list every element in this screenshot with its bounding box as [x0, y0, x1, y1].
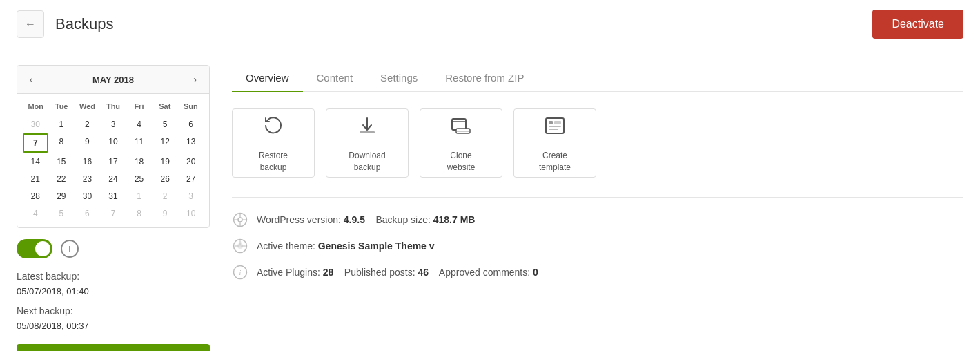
calendar-day[interactable]: 31: [101, 188, 126, 205]
info-icon[interactable]: i: [61, 240, 79, 258]
tab-overview[interactable]: Overview: [232, 65, 303, 92]
calendar-day[interactable]: 18: [126, 153, 152, 170]
tab-settings[interactable]: Settings: [366, 65, 431, 92]
calendar-day[interactable]: 9: [153, 205, 178, 222]
latest-backup-label: Latest backup:: [17, 271, 79, 282]
wp-version-text: WordPress version: 4.9.5 Backup size: 41…: [257, 214, 475, 225]
calendar-day[interactable]: 2: [75, 116, 100, 133]
calendar-day[interactable]: 26: [153, 171, 178, 187]
calendar: ‹ MAY 2018 › Mon Tue Wed Thu Fri Sat Sun…: [17, 65, 210, 228]
tabs: OverviewContentSettingsRestore from ZIP: [232, 65, 963, 92]
calendar-day[interactable]: 16: [75, 153, 100, 170]
calendar-day[interactable]: 6: [75, 205, 100, 222]
calendar-day[interactable]: 19: [153, 153, 178, 170]
restore-backup-label: Restore backup: [259, 150, 288, 173]
day-tue: Tue: [48, 99, 74, 113]
calendar-day[interactable]: 30: [75, 188, 100, 205]
calendar-day[interactable]: 30: [23, 116, 48, 133]
deactivate-button[interactable]: Deactivate: [872, 10, 963, 39]
day-wed: Wed: [75, 99, 100, 113]
calendar-day[interactable]: 3: [101, 116, 126, 133]
header: ← Backups Deactivate: [0, 0, 980, 48]
calendar-day[interactable]: 1: [126, 188, 152, 205]
calendar-day[interactable]: 12: [153, 133, 178, 153]
next-backup-label: Next backup:: [17, 305, 73, 316]
calendar-day[interactable]: 1: [49, 116, 75, 133]
calendar-day[interactable]: 25: [126, 171, 152, 187]
calendar-day[interactable]: 5: [49, 205, 75, 222]
calendar-day[interactable]: 7: [23, 133, 48, 153]
calendar-day[interactable]: 4: [23, 205, 48, 222]
calendar-grid: Mon Tue Wed Thu Fri Sat Sun 301234567891…: [17, 94, 209, 227]
calendar-day[interactable]: 6: [178, 116, 204, 133]
toggle-row: i: [17, 239, 210, 258]
create-template-label: Create template: [539, 150, 571, 173]
calendar-day[interactable]: 15: [49, 153, 75, 170]
info-section: WordPress version: 4.9.5 Backup size: 41…: [232, 197, 963, 281]
day-fri: Fri: [126, 99, 152, 113]
page-title: Backups: [55, 15, 113, 33]
svg-rect-6: [549, 126, 561, 127]
calendar-day[interactable]: 7: [101, 205, 126, 222]
calendar-day[interactable]: 21: [23, 171, 48, 187]
clone-icon: [449, 113, 473, 143]
calendar-day[interactable]: 27: [178, 171, 204, 187]
plugins-icon: i: [232, 264, 248, 281]
download-backup-card[interactable]: Download backup: [326, 108, 409, 178]
calendar-day[interactable]: 5: [153, 116, 178, 133]
svg-rect-1: [360, 131, 375, 133]
download-icon: [355, 113, 380, 143]
svg-point-10: [238, 218, 242, 222]
svg-rect-8: [554, 121, 561, 124]
calendar-day[interactable]: 23: [75, 171, 100, 187]
restore-backup-card[interactable]: Restore backup: [232, 108, 315, 178]
wordpress-icon: [232, 211, 248, 228]
calendar-day[interactable]: 17: [101, 153, 126, 170]
day-sun: Sun: [178, 99, 204, 113]
main-content: ‹ MAY 2018 › Mon Tue Wed Thu Fri Sat Sun…: [0, 48, 980, 351]
calendar-prev-button[interactable]: ‹: [26, 73, 37, 86]
restore-icon: [261, 113, 286, 143]
calendar-day[interactable]: 3: [178, 188, 204, 205]
svg-text:i: i: [239, 269, 242, 276]
calendar-day[interactable]: 10: [178, 205, 204, 222]
calendar-day[interactable]: 4: [126, 116, 152, 133]
calendar-day[interactable]: 8: [49, 133, 75, 153]
calendar-next-button[interactable]: ›: [189, 73, 201, 86]
tab-restore-from-zip[interactable]: Restore from ZIP: [431, 65, 538, 92]
calendar-day[interactable]: 20: [178, 153, 204, 170]
calendar-day[interactable]: 10: [101, 133, 126, 153]
calendar-day[interactable]: 24: [101, 171, 126, 187]
calendar-day[interactable]: 9: [75, 133, 100, 153]
create-template-card[interactable]: Create template: [513, 108, 596, 178]
calendar-day[interactable]: 22: [49, 171, 75, 187]
action-grid: Restore backupDownload backupClone websi…: [232, 108, 963, 178]
auto-backup-toggle[interactable]: [17, 239, 52, 258]
calendar-day[interactable]: 13: [178, 133, 204, 153]
active-theme-row: Active theme: Genesis Sample Theme v: [232, 238, 963, 254]
theme-icon: [232, 238, 248, 254]
calendar-day[interactable]: 14: [23, 153, 48, 170]
plugins-row: i Active Plugins: 28 Published posts: 46…: [232, 264, 963, 281]
calendar-day[interactable]: 28: [23, 188, 48, 205]
day-mon: Mon: [23, 99, 48, 113]
header-left: ← Backups: [17, 10, 113, 38]
svg-rect-5: [549, 121, 553, 124]
active-theme-text: Active theme: Genesis Sample Theme v: [257, 240, 435, 252]
next-backup-value: 05/08/2018, 00:37: [17, 321, 89, 331]
clone-website-card[interactable]: Clone website: [420, 108, 502, 178]
latest-backup-value: 05/07/2018, 01:40: [17, 286, 89, 296]
calendar-day[interactable]: 29: [49, 188, 75, 205]
calendar-day[interactable]: 2: [153, 188, 178, 205]
calendar-day[interactable]: 11: [126, 133, 152, 153]
tab-content[interactable]: Content: [303, 65, 367, 92]
back-button[interactable]: ←: [17, 10, 44, 38]
download-backup-label: Download backup: [349, 150, 385, 173]
backup-info: Latest backup: 05/07/2018, 01:40 Next ba…: [17, 269, 210, 333]
day-thu: Thu: [100, 99, 126, 113]
clone-website-label: Clone website: [447, 150, 476, 173]
calendar-day[interactable]: 8: [126, 205, 152, 222]
backup-now-button[interactable]: Backup Now: [17, 344, 210, 351]
day-sat: Sat: [152, 99, 177, 113]
calendar-day-names: Mon Tue Wed Thu Fri Sat Sun: [23, 99, 204, 113]
